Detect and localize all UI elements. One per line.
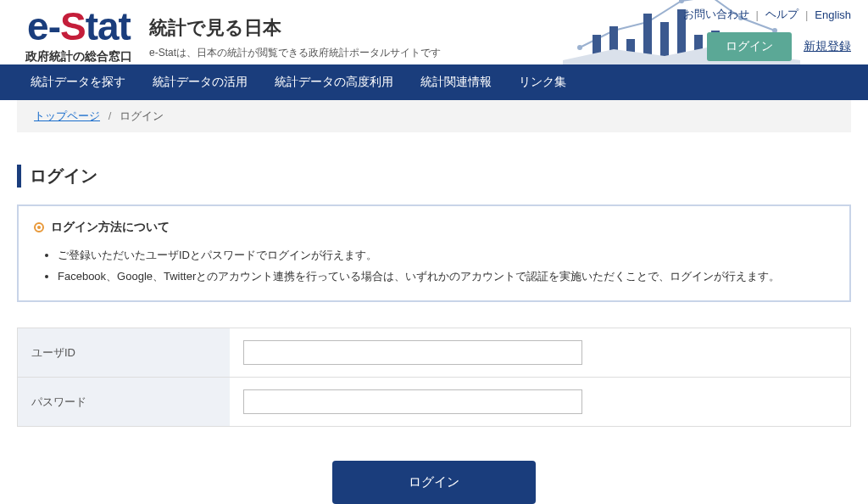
contact-link[interactable]: お問い合わせ (683, 7, 749, 22)
nav-item-use[interactable]: 統計データの活用 (139, 64, 261, 100)
password-label: パスワード (18, 378, 230, 427)
breadcrumb: トップページ / ログイン (17, 100, 851, 132)
tagline-title: 統計で見る日本 (149, 15, 441, 41)
logo-subtitle: 政府統計の総合窓口 (25, 49, 132, 64)
content: ログイン ログイン方法について ご登録いただいたユーザIDとパスワードでログイン… (0, 132, 868, 504)
english-link[interactable]: English (815, 8, 851, 21)
info-list: ご登録いただいたユーザIDとパスワードでログインが行えます。 Facebook、… (34, 245, 834, 287)
nav-item-search[interactable]: 統計データを探す (17, 64, 139, 100)
info-box-title-text: ログイン方法について (51, 220, 170, 235)
svg-point-0 (577, 45, 582, 50)
svg-rect-10 (643, 14, 652, 60)
breadcrumb-home[interactable]: トップページ (34, 109, 100, 122)
header: e-Stat 政府統計の総合窓口 統計で見る日本 e-Statは、日本の統計が閲… (0, 0, 868, 64)
info-box: ログイン方法について ご登録いただいたユーザIDとパスワードでログインが行えます… (17, 204, 851, 302)
separator: | (805, 8, 808, 21)
nav-item-related[interactable]: 統計関連情報 (407, 64, 505, 100)
login-button[interactable]: ログイン (707, 32, 792, 61)
top-links: お問い合わせ | ヘルプ | English (683, 7, 851, 22)
info-icon (34, 222, 44, 232)
info-item: ご登録いただいたユーザIDとパスワードでログインが行えます。 (58, 245, 834, 266)
breadcrumb-current: ログイン (120, 109, 164, 122)
breadcrumb-separator: / (108, 109, 112, 122)
header-right: お問い合わせ | ヘルプ | English ログイン 新規登録 (683, 7, 851, 61)
separator: | (756, 8, 759, 21)
site-logo[interactable]: e-Stat 政府統計の総合窓口 (25, 7, 132, 64)
main-nav: 統計データを探す 統計データの活用 統計データの高度利用 統計関連情報 リンク集 (0, 64, 868, 100)
tagline-desc: e-Statは、日本の統計が閲覧できる政府統計ポータルサイトです (149, 46, 441, 60)
logo-section: e-Stat 政府統計の総合窓口 統計で見る日本 e-Statは、日本の統計が閲… (25, 7, 441, 64)
user-id-input[interactable] (243, 340, 582, 365)
page-title: ログイン (17, 165, 851, 188)
submit-login-button[interactable]: ログイン (332, 461, 536, 504)
password-input[interactable] (243, 389, 582, 414)
logo-text: e-Stat (27, 7, 131, 46)
auth-buttons: ログイン 新規登録 (707, 32, 851, 61)
nav-item-links[interactable]: リンク集 (505, 64, 580, 100)
nav-item-advanced[interactable]: 統計データの高度利用 (261, 64, 407, 100)
submit-row: ログイン (17, 461, 851, 504)
tagline: 統計で見る日本 e-Statは、日本の統計が閲覧できる政府統計ポータルサイトです (149, 7, 441, 60)
info-item: Facebook、Google、Twitterとのアカウント連携を行っている場合… (58, 266, 834, 288)
info-box-title: ログイン方法について (34, 220, 834, 235)
user-id-label: ユーザID (18, 328, 230, 378)
login-form-table: ユーザID パスワード (17, 328, 851, 427)
help-link[interactable]: ヘルプ (765, 7, 798, 22)
svg-rect-11 (660, 22, 669, 60)
register-link[interactable]: 新規登録 (804, 39, 851, 54)
